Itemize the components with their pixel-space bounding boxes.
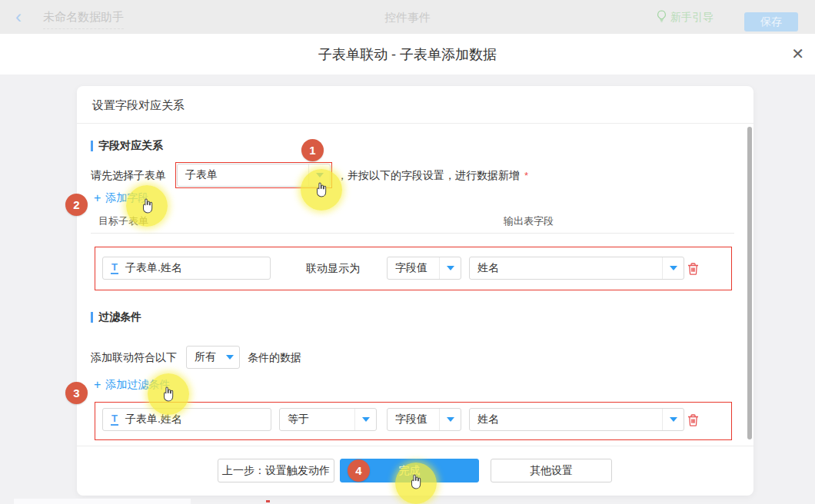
prev-step-button[interactable]: 上一步：设置触发动作 [218, 459, 334, 482]
filter-value-type-select[interactable]: 字段值 [387, 408, 461, 431]
section-field-mapping-title: 字段对应关系 [91, 139, 163, 153]
background-page-edge [14, 499, 191, 504]
document-title[interactable]: 未命名数据助手 [43, 10, 124, 29]
chevron-down-icon[interactable] [662, 409, 684, 430]
chevron-down-icon[interactable] [439, 409, 461, 430]
topbar-center-title: 控件事件 [384, 11, 431, 25]
text-field-icon: T [111, 413, 118, 426]
required-asterisk: * [524, 170, 528, 181]
column-header-output: 输出表字段 [504, 214, 554, 228]
divider [91, 233, 734, 234]
section-bar [91, 312, 93, 323]
filter-prefix-label: 添加联动符合以下 [91, 346, 177, 369]
close-icon[interactable]: ✕ [791, 45, 804, 63]
divider [77, 123, 753, 124]
delete-mapping-row-icon[interactable] [687, 262, 700, 276]
other-settings-button[interactable]: 其他设置 [491, 459, 612, 482]
chevron-down-icon[interactable] [439, 257, 461, 279]
subform-select-prompt: 请先选择子表单 [91, 164, 166, 187]
modal-body: 设置字段对应关系 字段对应关系 请先选择子表单 子表单 ，并按以下的字段设置，进… [0, 75, 815, 504]
filter-match-select[interactable]: 所有 [186, 346, 240, 369]
add-field-link[interactable]: + 添加字段 [94, 191, 148, 205]
mapping-field-input[interactable]: T 子表单.姓名 [102, 257, 271, 280]
scrollbar-thumb[interactable] [747, 127, 752, 439]
mapping-output-field-select[interactable]: 姓名 [469, 257, 684, 280]
background-page-edge [266, 500, 270, 502]
text-field-icon: T [111, 262, 118, 274]
panel-header: 设置字段对应关系 [92, 98, 185, 113]
add-filter-link[interactable]: + 添加过滤条件 [94, 378, 170, 392]
save-button[interactable]: 保存 [744, 12, 798, 32]
column-header-target: 目标子表单 [98, 214, 148, 228]
finish-button[interactable]: 完成 [340, 459, 479, 482]
beginner-guide-button[interactable]: 新手引导 [657, 10, 714, 25]
chevron-down-icon[interactable] [308, 164, 330, 186]
section-filter-title: 过滤条件 [91, 310, 141, 324]
lightbulb-icon [657, 10, 667, 25]
filter-field-input[interactable]: T 子表单.姓名 [102, 408, 271, 431]
filter-operator-select[interactable]: 等于 [279, 408, 377, 431]
chevron-down-icon[interactable] [354, 409, 376, 430]
chevron-down-icon[interactable] [221, 346, 239, 368]
app-topbar: ‹ 未命名数据助手 控件事件 新手引导 保存 [0, 0, 815, 35]
modal-titlebar: 子表单联动 - 子表单添加数据 ✕ [0, 34, 815, 75]
filter-suffix-label: 条件的数据 [248, 346, 301, 369]
filter-value-select[interactable]: 姓名 [469, 408, 684, 431]
plus-icon: + [94, 380, 101, 390]
mapping-value-type-select[interactable]: 字段值 [387, 257, 461, 280]
mapping-middle-label: 联动显示为 [306, 257, 360, 280]
back-icon[interactable]: ‹ [15, 6, 22, 28]
guide-label: 新手引导 [670, 11, 714, 25]
delete-filter-row-icon[interactable] [687, 413, 700, 427]
divider [77, 446, 753, 446]
chevron-down-icon[interactable] [662, 257, 684, 279]
modal-title: 子表单联动 - 子表单添加数据 [0, 45, 815, 64]
plus-icon: + [94, 193, 101, 204]
subform-select[interactable]: 子表单 [177, 164, 331, 187]
after-select-text: ，并按以下的字段设置，进行数据新增* [337, 164, 528, 187]
settings-panel: 设置字段对应关系 字段对应关系 请先选择子表单 子表单 ，并按以下的字段设置，进… [77, 86, 753, 496]
section-bar [91, 141, 93, 151]
